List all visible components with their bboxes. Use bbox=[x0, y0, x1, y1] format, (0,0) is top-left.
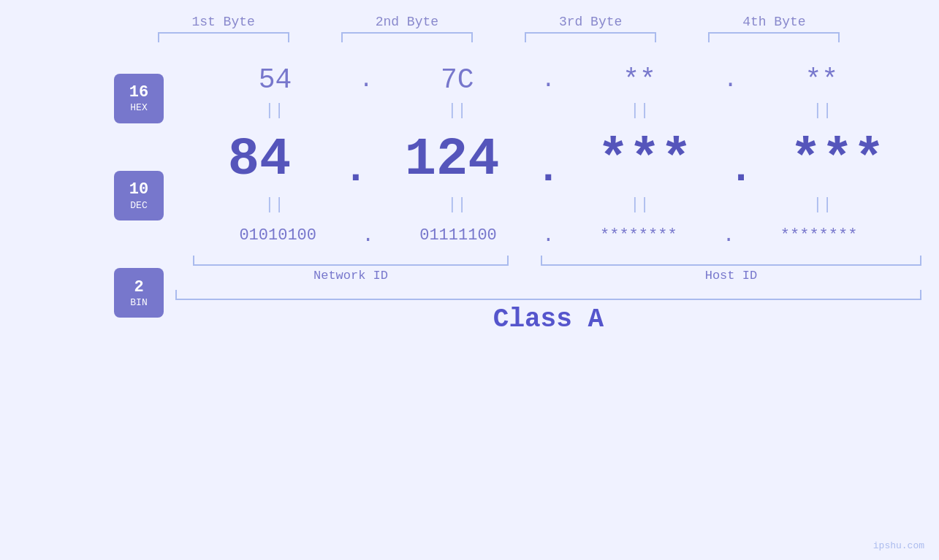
dot1-bin: . bbox=[362, 224, 374, 247]
host-id-label: Host ID bbox=[705, 269, 757, 283]
dec-badge: 10 DEC bbox=[114, 171, 164, 220]
eq2-b1: || bbox=[190, 196, 358, 214]
class-label: Class A bbox=[493, 304, 604, 334]
class-full-bracket bbox=[175, 290, 921, 300]
bin-b3: ******** bbox=[555, 226, 723, 245]
watermark: ipshu.com bbox=[873, 540, 924, 551]
class-label-container: Class A bbox=[175, 304, 921, 334]
byte3-header: 3rd Byte bbox=[517, 15, 664, 29]
network-bracket bbox=[193, 256, 509, 266]
dec-b2: 124 bbox=[368, 130, 536, 190]
byte2-header: 2nd Byte bbox=[334, 15, 480, 29]
main-container: 1st Byte 2nd Byte 3rd Byte 4th Byte 16 H… bbox=[0, 0, 939, 560]
eq2-b4: || bbox=[738, 196, 906, 214]
dot2-dec: . bbox=[536, 149, 561, 190]
eq-row-2: || || || || bbox=[175, 193, 921, 217]
base-labels: 16 HEX 10 DEC 2 BIN bbox=[102, 50, 175, 334]
hex-b2: 7C bbox=[373, 64, 541, 96]
header-brackets bbox=[132, 32, 866, 42]
dot3-dec: . bbox=[729, 149, 753, 190]
bin-row: 01010100 . 01111100 . ******** . *******… bbox=[175, 217, 921, 250]
hex-num: 16 bbox=[129, 83, 148, 102]
dot3-hex: . bbox=[723, 66, 737, 93]
dec-b3: *** bbox=[560, 130, 729, 190]
eq2-b3: || bbox=[555, 196, 723, 214]
bracket-byte4 bbox=[708, 32, 840, 42]
bin-b2: 01111100 bbox=[374, 226, 542, 245]
host-bracket bbox=[541, 256, 921, 266]
dec-label: DEC bbox=[130, 200, 147, 211]
main-grid: 16 HEX 10 DEC 2 BIN 54 . 7C bbox=[102, 50, 837, 334]
bracket-byte1 bbox=[158, 32, 289, 42]
bin-num: 2 bbox=[134, 278, 143, 297]
hex-b1: 54 bbox=[191, 64, 360, 96]
hex-row: 54 . 7C . ** . ** bbox=[175, 50, 921, 99]
bin-b4: ******** bbox=[735, 226, 903, 245]
dec-num: 10 bbox=[129, 180, 148, 199]
eq-row-1: || || || || bbox=[175, 99, 921, 123]
bracket-byte3 bbox=[525, 32, 656, 42]
hex-label: HEX bbox=[130, 102, 147, 113]
hex-b4: ** bbox=[737, 64, 905, 96]
dot1-dec: . bbox=[343, 149, 368, 190]
byte4-header: 4th Byte bbox=[701, 15, 847, 29]
eq1-b3: || bbox=[555, 101, 723, 120]
bracket-byte2 bbox=[341, 32, 473, 42]
dot2-bin: . bbox=[542, 224, 555, 247]
eq1-b4: || bbox=[738, 101, 906, 120]
eq1-b2: || bbox=[373, 101, 541, 120]
dot1-hex: . bbox=[360, 66, 373, 93]
hex-badge: 16 HEX bbox=[114, 74, 164, 123]
bin-badge: 2 BIN bbox=[114, 268, 164, 318]
bin-label: BIN bbox=[130, 297, 147, 308]
rows-area: 54 . 7C . ** . ** || || bbox=[175, 50, 921, 334]
bin-b1: 01010100 bbox=[194, 226, 362, 245]
eq1-b1: || bbox=[190, 101, 358, 120]
dec-b4: *** bbox=[753, 130, 921, 190]
class-bracket-container: Class A bbox=[175, 290, 921, 334]
network-id-label: Network ID bbox=[313, 269, 388, 283]
hex-b3: ** bbox=[555, 64, 723, 96]
byte1-header: 1st Byte bbox=[151, 15, 297, 29]
eq2-b2: || bbox=[373, 196, 541, 214]
dot3-bin: . bbox=[723, 224, 735, 247]
dot2-hex: . bbox=[541, 66, 555, 93]
byte-headers: 1st Byte 2nd Byte 3rd Byte 4th Byte bbox=[132, 0, 866, 29]
dec-row: 84 . 124 . *** . *** bbox=[175, 123, 921, 193]
dec-b1: 84 bbox=[175, 130, 343, 190]
